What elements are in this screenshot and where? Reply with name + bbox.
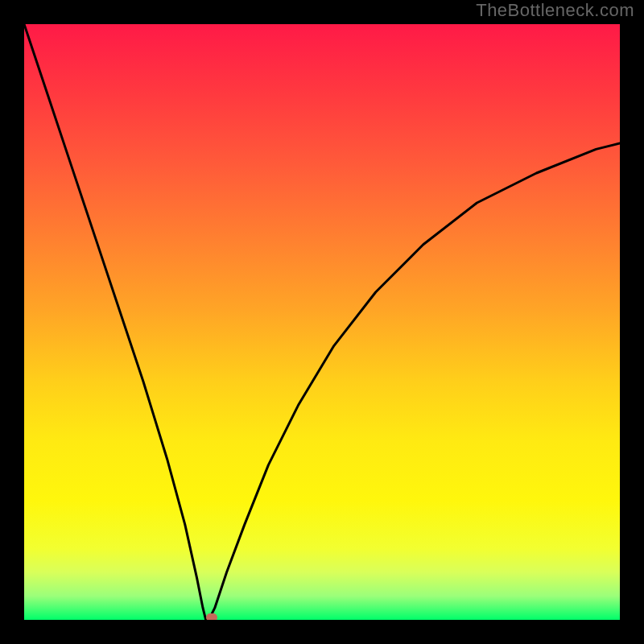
bottleneck-curve [24, 24, 620, 620]
optimal-point-marker [206, 613, 217, 620]
chart-frame: TheBottleneck.com [0, 0, 644, 644]
watermark-text: TheBottleneck.com [476, 0, 634, 21]
plot-area [24, 24, 620, 620]
